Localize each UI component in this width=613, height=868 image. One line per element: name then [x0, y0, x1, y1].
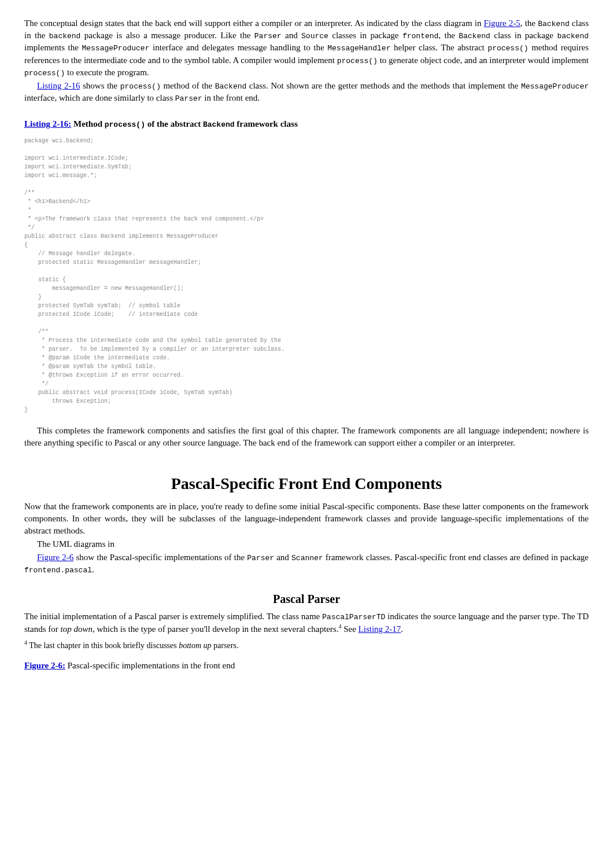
- text: class in package: [490, 31, 557, 40]
- text: framework class: [235, 119, 298, 128]
- footnote-4: 4 The last chapter in this book briefly …: [24, 639, 589, 651]
- code-backend: Backend: [538, 20, 570, 28]
- code-backend-pkg2: backend: [557, 32, 589, 41]
- text: helper class. The abstract: [390, 43, 488, 52]
- code-frontend: frontend: [402, 32, 438, 41]
- code-backend: Backend: [215, 82, 247, 91]
- text: to generate object code, and an interpre…: [378, 56, 589, 65]
- text: The initial implementation of a Pascal p…: [24, 612, 322, 621]
- code-process: process(): [120, 82, 161, 91]
- code-source: Source: [301, 32, 328, 41]
- text: classes in package: [328, 31, 402, 40]
- text: package is also a message producer. Like…: [80, 31, 254, 40]
- text: interface, which are done similarly to c…: [24, 93, 175, 102]
- subsection-pascal-parser: Pascal Parser: [24, 591, 589, 607]
- code-scanner: Scanner: [291, 554, 323, 562]
- link-figure-2-5[interactable]: Figure 2-5: [484, 19, 520, 28]
- link-listing-2-16-anchor[interactable]: Listing 2-16:: [24, 119, 71, 128]
- text: .: [401, 624, 403, 634]
- code-process3: process(): [24, 69, 65, 78]
- text: See: [341, 624, 358, 634]
- code-process: process(): [105, 120, 145, 129]
- paragraph-uml-lead: The UML diagrams in: [24, 538, 589, 550]
- code-parser: Parser: [175, 94, 202, 103]
- paragraph-completion: This completes the framework components …: [24, 425, 589, 449]
- paragraph-backend-design: The conceptual design states that the ba…: [24, 17, 589, 79]
- text: show the Pascal-specific implementations…: [73, 553, 247, 562]
- link-figure-2-6[interactable]: Figure 2-6: [37, 553, 73, 562]
- link-listing-2-16[interactable]: Listing 2-16: [37, 81, 80, 90]
- text: to execute the program.: [65, 68, 149, 77]
- text: class. Not shown are the getter methods …: [246, 81, 521, 90]
- text: Method: [71, 119, 105, 128]
- text: implements the: [24, 43, 82, 52]
- text: parsers.: [212, 641, 239, 650]
- listing-2-16-header: Listing 2-16: Method process() of the ab…: [24, 118, 589, 130]
- text: shows the: [80, 81, 120, 90]
- link-listing-2-17[interactable]: Listing 2-17: [359, 624, 401, 634]
- text: Pascal-specific implementations in the f…: [65, 661, 235, 670]
- code-messageproducer: MessageProducer: [521, 82, 589, 91]
- text: and: [274, 553, 291, 562]
- text: interface and delegates message handling…: [149, 43, 327, 52]
- text: of the abstract: [145, 119, 203, 128]
- paragraph-pascal-intro: Now that the framework components are in…: [24, 501, 589, 537]
- text: The conceptual design states that the ba…: [24, 19, 484, 28]
- text: method of the: [161, 81, 215, 90]
- text: and: [282, 31, 301, 40]
- link-figure-2-6-anchor[interactable]: Figure 2-6:: [24, 661, 65, 670]
- code-messagehandler: MessageHandler: [327, 44, 390, 53]
- text: .: [92, 565, 94, 574]
- figure-2-6-caption: Figure 2-6: Pascal-specific implementati…: [24, 660, 589, 672]
- code-process2: process(): [337, 57, 378, 65]
- paragraph-listing-ref: Listing 2-16 shows the process() method …: [24, 80, 589, 104]
- em-bottom-up: bottom up: [179, 641, 211, 650]
- text: The last chapter in this book briefly di…: [27, 641, 179, 650]
- code-process: process(): [488, 44, 528, 53]
- text: in the front end.: [202, 93, 260, 102]
- code-backend-pkg: backend: [49, 32, 81, 41]
- text: framework classes. Pascal-specific front…: [323, 553, 589, 562]
- text: , which is the type of parser you'll dev…: [93, 624, 339, 634]
- text: , the: [438, 31, 459, 40]
- paragraph-figure-2-6-ref: Figure 2-6 show the Pascal-specific impl…: [24, 551, 589, 576]
- code-parser: Parser: [247, 554, 274, 562]
- code-parser: Parser: [254, 32, 282, 41]
- code-messageproducer: MessageProducer: [82, 44, 149, 53]
- code-pascalparsertd: PascalParserTD: [322, 613, 385, 621]
- code-listing-2-16: package wci.backend; import wci.intermed…: [24, 137, 589, 414]
- paragraph-pascal-parser: The initial implementation of a Pascal p…: [24, 610, 589, 635]
- code-backend2: Backend: [459, 32, 490, 41]
- text: , the: [520, 19, 538, 28]
- code-frontend-pascal: frontend.pascal: [24, 566, 92, 575]
- section-pascal-frontend: Pascal-Specific Front End Components: [24, 472, 589, 495]
- em-top-down: top down: [61, 624, 93, 634]
- code-backend: Backend: [203, 120, 235, 129]
